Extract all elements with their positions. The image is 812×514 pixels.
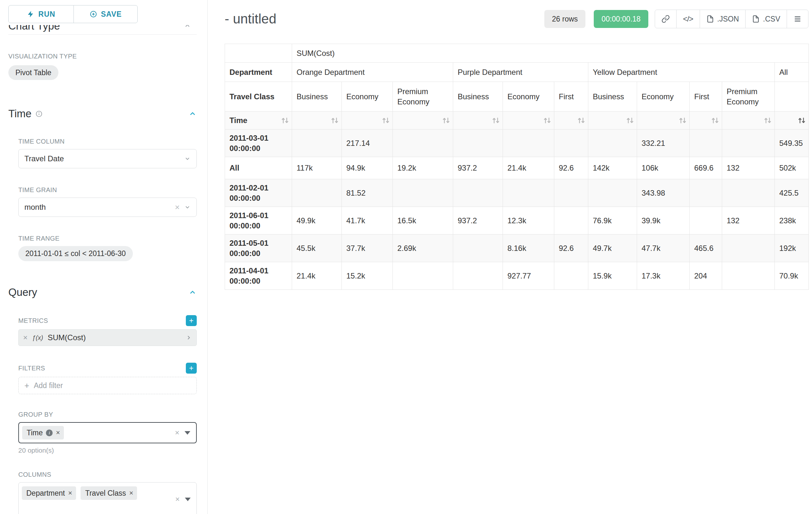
remove-metric-icon[interactable]: × <box>23 333 28 342</box>
pivot-column-header: Economy <box>637 82 690 111</box>
chevron-up-icon[interactable] <box>184 25 191 29</box>
pivot-cell <box>690 207 722 235</box>
plus-icon: + <box>24 381 29 390</box>
view-query-button[interactable]: </> <box>676 10 700 28</box>
clear-icon[interactable]: × <box>175 202 180 212</box>
pivot-cell: 15.9k <box>588 262 637 290</box>
query-section-title: Query <box>8 286 37 298</box>
pivot-row-label: 2011-02-01 00:00:00 <box>225 179 292 207</box>
chart-type-heading: Chart Type <box>8 25 197 32</box>
pivot-column-header: Business <box>292 82 342 111</box>
divider <box>8 34 197 35</box>
sort-icon[interactable] <box>330 116 339 125</box>
info-icon[interactable] <box>35 110 43 117</box>
pivot-cell: 12.3k <box>503 207 554 235</box>
pivot-cell: 937.2 <box>453 207 503 235</box>
sort-icon[interactable] <box>442 116 450 125</box>
sort-icon[interactable] <box>763 116 772 125</box>
pivot-cell: 49.9k <box>292 207 342 235</box>
caret-down-icon[interactable] <box>185 497 191 501</box>
caret-down-icon[interactable] <box>184 431 190 435</box>
add-filter-dropzone[interactable]: + Add filter <box>18 377 197 394</box>
collapse-time-chevron-up-icon[interactable] <box>188 110 197 118</box>
sort-cell <box>722 111 775 130</box>
columns-tag[interactable]: Department × <box>22 486 76 500</box>
pivot-cell: 204 <box>690 262 722 290</box>
sort-cell <box>503 111 554 130</box>
pivot-cell: 76.9k <box>588 207 637 235</box>
download-json-button[interactable]: .JSON <box>700 10 746 28</box>
time-grain-select[interactable]: month × <box>18 197 197 217</box>
sort-icon[interactable] <box>382 116 390 125</box>
sort-icon[interactable] <box>626 116 634 125</box>
bolt-icon <box>27 10 35 18</box>
add-metric-button[interactable]: + <box>186 315 197 326</box>
time-column-select[interactable]: Travel Date <box>18 149 197 168</box>
pivot-column-header: Economy <box>503 82 554 111</box>
pivot-group-header: Yellow Department <box>588 63 775 82</box>
run-button[interactable]: RUN <box>8 5 74 23</box>
sort-cell <box>453 111 503 130</box>
code-icon: </> <box>683 15 693 23</box>
add-filter-button[interactable]: + <box>186 363 197 374</box>
sort-desc-icon[interactable] <box>798 116 806 125</box>
visualization-type-value[interactable]: Pivot Table <box>8 65 58 80</box>
pivot-cell <box>690 179 722 207</box>
collapse-query-chevron-up-icon[interactable] <box>188 288 197 297</box>
control-panel-sidebar: RUN SAVE Chart Type VISUALIZATION TYPE P… <box>0 0 208 514</box>
pivot-cell <box>292 179 342 207</box>
clear-icon[interactable]: × <box>175 428 179 437</box>
pivot-cell: 47.7k <box>637 235 690 262</box>
sort-icon[interactable] <box>543 116 551 125</box>
clear-icon[interactable]: × <box>175 495 180 504</box>
pivot-cell: 39.9k <box>637 207 690 235</box>
sort-icon[interactable] <box>492 116 500 125</box>
pivot-cell: 92.6 <box>554 235 588 262</box>
pivot-cell <box>503 179 554 207</box>
menu-button[interactable] <box>787 10 809 28</box>
pivot-cell <box>393 262 453 290</box>
pivot-cell <box>588 130 637 157</box>
pivot-table: SUM(Cost)DepartmentOrange DepartmentPurp… <box>225 44 809 290</box>
pivot-column-header: Premium Economy <box>393 82 453 111</box>
pivot-cell: 425.5 <box>775 179 809 207</box>
group-by-tag[interactable]: Time i × <box>22 426 64 439</box>
query-section-header: Query <box>8 286 197 298</box>
remove-tag-icon[interactable]: × <box>56 429 60 437</box>
pivot-cell: 217.14 <box>342 130 393 157</box>
pivot-cell: 70.9k <box>775 262 809 290</box>
pivot-time-label: Time <box>230 116 248 125</box>
download-csv-button[interactable]: .CSV <box>745 10 787 28</box>
remove-tag-icon[interactable]: × <box>129 489 133 497</box>
caret-right-icon[interactable] <box>185 334 192 341</box>
sort-icon[interactable] <box>281 116 289 125</box>
pivot-cell: 465.6 <box>690 235 722 262</box>
columns-select[interactable]: Department × Travel Class × × <box>18 482 197 514</box>
info-icon[interactable]: i <box>46 430 53 436</box>
pivot-cell <box>292 130 342 157</box>
pivot-cell: 927.77 <box>503 262 554 290</box>
pivot-cell: 19.2k <box>393 157 453 179</box>
pivot-table-container: SUM(Cost)DepartmentOrange DepartmentPurp… <box>225 44 809 290</box>
pivot-row-label: 2011-03-01 00:00:00 <box>225 130 292 157</box>
sort-icon[interactable] <box>678 116 687 125</box>
time-range-value[interactable]: 2011-01-01 ≤ col < 2011-06-30 <box>18 246 133 261</box>
sort-icon[interactable] <box>577 116 585 125</box>
remove-tag-icon[interactable]: × <box>68 489 72 497</box>
pivot-cell <box>554 207 588 235</box>
plus-circle-icon <box>90 10 97 18</box>
hamburger-icon <box>793 15 802 23</box>
file-icon <box>706 15 714 23</box>
sort-icon[interactable] <box>711 116 719 125</box>
columns-tag[interactable]: Travel Class × <box>81 486 137 500</box>
pivot-row: 2011-03-01 00:00:00217.14332.21549.35 <box>225 130 809 157</box>
pivot-cell <box>453 262 503 290</box>
copy-link-button[interactable] <box>655 10 676 28</box>
pivot-cell: 16.5k <box>393 207 453 235</box>
group-by-select[interactable]: Time i × × <box>18 422 197 443</box>
metrics-label: METRICS <box>18 317 48 324</box>
save-button[interactable]: SAVE <box>74 5 138 23</box>
pivot-cell <box>554 130 588 157</box>
pivot-row-label: 2011-05-01 00:00:00 <box>225 235 292 262</box>
metric-item[interactable]: × ƒ(x) SUM(Cost) <box>18 329 197 346</box>
